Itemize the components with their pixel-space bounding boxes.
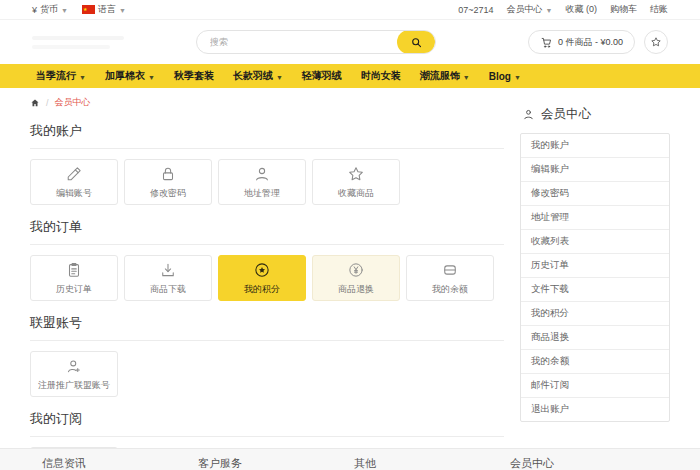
nav-item-long-down[interactable]: 长款羽绒 ▼ — [233, 69, 283, 83]
search-icon — [410, 36, 423, 49]
cart-summary-button[interactable]: 0 件商品 - ¥0.00 — [528, 30, 635, 54]
nav-item-seasonal[interactable]: 当季流行 ▼ — [36, 69, 86, 83]
sidebar-item-points[interactable]: 我的积分 — [521, 302, 669, 326]
card-edit-account[interactable]: 编辑账号 — [30, 159, 118, 205]
sidebar-item-wishlist[interactable]: 收藏列表 — [521, 230, 669, 254]
header: 0 件商品 - ¥0.00 — [0, 20, 700, 64]
sidebar-item-balance[interactable]: 我的余额 — [521, 350, 669, 374]
section-title: 联盟账号 — [30, 303, 504, 341]
chevron-down-icon: ▼ — [276, 74, 283, 81]
sidebar-item-my-account[interactable]: 我的账户 — [521, 134, 669, 158]
card-order-history[interactable]: 历史订单 — [30, 255, 118, 301]
footer-col-service: 客户服务 — [198, 456, 354, 470]
breadcrumb: / 会员中心 — [30, 96, 504, 109]
section-title: 我的账户 — [30, 111, 504, 149]
section-my-orders: 我的订单 历史订单 — [30, 207, 504, 301]
language-label: 语言 — [98, 3, 116, 16]
chevron-down-icon: ▼ — [119, 7, 126, 14]
section-title: 我的订阅 — [30, 399, 504, 437]
nav-item-light-down[interactable]: 轻薄羽绒 — [302, 69, 342, 83]
pencil-icon — [65, 165, 83, 183]
topbar-cart-link[interactable]: 购物车 — [610, 3, 637, 16]
user-icon — [253, 165, 271, 183]
person-icon — [522, 108, 535, 121]
topbar-checkout-link[interactable]: 结账 — [650, 3, 668, 16]
star-icon — [347, 165, 365, 183]
section-title: 我的订单 — [30, 207, 504, 245]
nav-item-trendy[interactable]: 潮流服饰 ▼ — [420, 69, 470, 83]
chevron-down-icon: ▼ — [61, 7, 68, 14]
card-downloads[interactable]: 商品下载 — [124, 255, 212, 301]
yen-circle-icon — [347, 261, 365, 279]
chevron-down-icon: ▼ — [514, 74, 521, 81]
card-affiliate-register[interactable]: 注册推广联盟账号 — [30, 351, 118, 397]
footer-col-account: 会员中心 — [510, 456, 666, 470]
chevron-down-icon: ▼ — [546, 7, 553, 14]
download-icon — [159, 261, 177, 279]
nav-item-thick-coats[interactable]: 加厚棉衣 ▼ — [105, 69, 155, 83]
phone-number: 07~2714 — [458, 5, 493, 15]
search-bar — [196, 30, 436, 54]
sidebar-item-logout[interactable]: 退出账户 — [521, 398, 669, 421]
sidebar-item-edit-account[interactable]: 编辑账户 — [521, 158, 669, 182]
home-icon[interactable] — [30, 98, 40, 108]
search-input[interactable] — [197, 37, 397, 47]
currency-selector[interactable]: ¥ 货币 ▼ — [32, 3, 68, 16]
search-button[interactable] — [397, 30, 435, 54]
sidebar-item-returns[interactable]: 商品退换 — [521, 326, 669, 350]
sidebar-item-address[interactable]: 地址管理 — [521, 206, 669, 230]
sidebar-title: 会员中心 — [522, 106, 670, 123]
wallet-icon — [441, 261, 459, 279]
card-reward-points[interactable]: 我的积分 — [218, 255, 306, 301]
main-column: / 会员中心 我的账户 编辑账号 — [30, 96, 504, 470]
sidebar-list: 我的账户 编辑账户 修改密码 地址管理 收藏列表 历史订单 文件下载 我的积分 … — [520, 133, 670, 422]
topbar-account-link[interactable]: 会员中心 ▼ — [507, 3, 553, 16]
topbar: ¥ 货币 ▼ ★ 语言 ▼ 07~2714 会员中心 ▼ 收藏 (0) 购物车 … — [0, 0, 700, 20]
currency-symbol: ¥ — [32, 5, 37, 15]
clipboard-icon — [65, 261, 83, 279]
wishlist-button[interactable] — [644, 30, 668, 54]
section-my-account: 我的账户 编辑账号 修改密码 — [30, 111, 504, 205]
nav-item-autumn-suits[interactable]: 秋季套装 — [174, 69, 214, 83]
currency-label: 货币 — [40, 3, 58, 16]
chevron-down-icon: ▼ — [463, 74, 470, 81]
user-plus-icon — [65, 357, 83, 375]
card-address-book[interactable]: 地址管理 — [218, 159, 306, 205]
lock-icon — [159, 165, 177, 183]
china-flag-icon: ★ — [82, 5, 95, 14]
chevron-down-icon: ▼ — [79, 74, 86, 81]
card-change-password[interactable]: 修改密码 — [124, 159, 212, 205]
language-selector[interactable]: ★ 语言 ▼ — [82, 3, 126, 16]
store-logo[interactable] — [32, 29, 150, 55]
content: / 会员中心 我的账户 编辑账号 — [0, 88, 700, 470]
footer: 信息资讯 客户服务 其他 会员中心 — [0, 448, 700, 470]
nav-item-blog[interactable]: Blog ▼ — [489, 71, 521, 82]
star-icon — [650, 36, 662, 48]
cart-icon — [540, 36, 553, 49]
chevron-down-icon: ▼ — [148, 74, 155, 81]
sidebar-item-password[interactable]: 修改密码 — [521, 182, 669, 206]
section-affiliate: 联盟账号 注册推广联盟账号 — [30, 303, 504, 397]
nav-item-womens-fashion[interactable]: 时尚女装 — [361, 69, 401, 83]
card-returns[interactable]: 商品退换 — [312, 255, 400, 301]
sidebar-item-newsletter[interactable]: 邮件订阅 — [521, 374, 669, 398]
star-circle-icon — [253, 261, 271, 279]
card-balance[interactable]: 我的余额 — [406, 255, 494, 301]
footer-col-other: 其他 — [354, 456, 510, 470]
breadcrumb-current[interactable]: 会员中心 — [55, 96, 91, 109]
sidebar-item-order-history[interactable]: 历史订单 — [521, 254, 669, 278]
sidebar-item-downloads[interactable]: 文件下载 — [521, 278, 669, 302]
cart-summary-text: 0 件商品 - ¥0.00 — [558, 36, 623, 49]
topbar-wishlist-link[interactable]: 收藏 (0) — [566, 3, 598, 16]
main-nav: 当季流行 ▼ 加厚棉衣 ▼ 秋季套装 长款羽绒 ▼ 轻薄羽绒 时尚女装 潮流服饰… — [0, 64, 700, 88]
footer-col-info: 信息资讯 — [42, 456, 198, 470]
card-wishlist[interactable]: 收藏商品 — [312, 159, 400, 205]
account-sidebar: 会员中心 我的账户 编辑账户 修改密码 地址管理 收藏列表 历史订单 文件下载 … — [520, 96, 670, 470]
